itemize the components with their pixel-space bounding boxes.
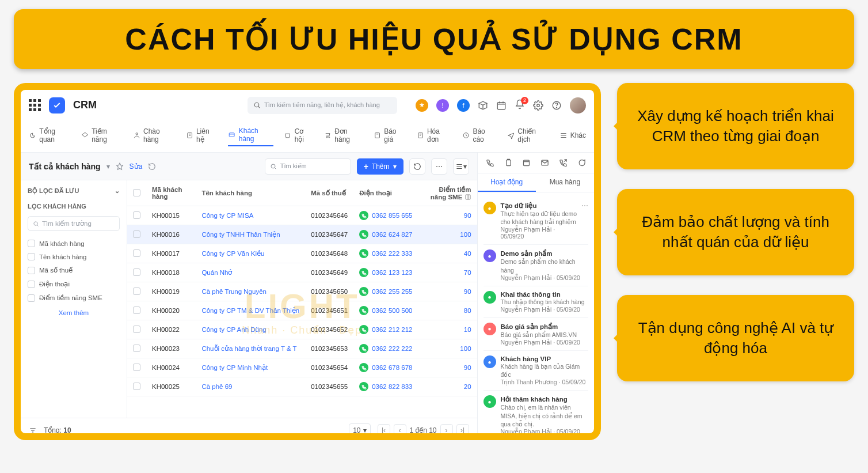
cell-phone[interactable]: 0362 500 500 [353,301,418,320]
column-header[interactable]: Mã khách hàng [146,180,196,206]
column-header[interactable]: Mã số thuế [305,180,353,206]
next-page-button[interactable]: › [440,424,453,434]
table-row[interactable]: KH00022Công ty CP Anh Dũng01023456520362… [127,320,477,339]
cell-score[interactable]: 70 [418,263,477,282]
phone-out-icon[interactable] [559,158,568,167]
nav-báo-cáo[interactable]: Báo cáo [462,125,497,146]
box-icon[interactable] [478,100,488,111]
cell-name[interactable]: Chuỗi cửa hàng thời trang T & T [196,339,305,358]
add-button[interactable]: + Thêm ▾ [357,158,403,175]
table-row[interactable]: KH00023Chuỗi cửa hàng thời trang T & T01… [127,339,477,358]
info-icon[interactable]: ! [436,99,449,112]
more-button[interactable]: ⋯ [431,158,447,175]
calendar-icon[interactable] [496,100,507,111]
filter-checkbox[interactable]: Điểm tiềm năng SME [28,291,120,305]
column-settings-icon[interactable] [465,194,471,200]
row-checkbox[interactable] [133,306,140,314]
activity-item[interactable]: ●Khai thác thông tinThu nhập thông tin k… [484,286,588,318]
list-view-button[interactable]: ▾ [453,158,469,175]
settings-columns-icon[interactable] [29,426,37,434]
table-row[interactable]: KH00017Công ty CP Văn Kiều01023456480362… [127,244,477,263]
row-checkbox[interactable] [133,249,140,257]
cell-phone[interactable]: 0362 123 123 [353,263,418,282]
cell-score[interactable]: 80 [418,301,477,320]
help-icon[interactable] [551,100,562,111]
cell-name[interactable]: Công ty CP Anh Dũng [196,320,305,339]
row-checkbox[interactable] [133,211,140,219]
table-row[interactable]: KH00019Cà phê Trung Nguyên01023456500362… [127,282,477,301]
table-row[interactable]: KH00024Công ty CP Minh Nhật0102345654036… [127,358,477,377]
cell-name[interactable]: Công ty CP MISA [196,206,305,225]
nav-liên-hệ[interactable]: Liên hệ [186,125,218,146]
select-all-checkbox[interactable] [133,189,140,196]
cell-phone[interactable]: 0362 678 678 [353,358,418,377]
cell-phone[interactable]: 0362 822 833 [353,377,418,396]
cell-phone[interactable]: 0362 222 333 [353,244,418,263]
activity-item[interactable]: ●Khách hàng VIPKhách hàng là bạn của Giá… [484,351,588,391]
cell-score[interactable]: 40 [418,244,477,263]
prev-page-button[interactable]: ‹ [394,424,406,434]
cell-name[interactable]: Công ty CP Minh Nhật [196,358,305,377]
cell-score[interactable]: 90 [418,206,477,225]
filter-checkbox[interactable]: Mã số thuế [28,263,120,277]
cell-phone[interactable]: 0362 222 222 [353,339,418,358]
tab-purchase[interactable]: Mua hàng [536,173,594,192]
row-checkbox[interactable] [133,383,140,390]
pin-icon[interactable] [116,162,124,171]
cell-score[interactable]: 90 [418,282,477,301]
row-checkbox[interactable] [133,287,140,295]
global-search-input[interactable]: Tìm kiếm tiềm năng, liên hệ, khách hàng [248,97,397,114]
column-header[interactable]: Điểm tiềm năng SME [418,180,477,206]
cell-phone[interactable]: 0362 855 655 [353,206,418,225]
nav-khác[interactable]: Khác [559,129,586,142]
nav-cơ-hội[interactable]: Cơ hội [284,125,314,146]
activity-item[interactable]: ●Hỏi thăm khách hàngChào chị, em là nhân… [484,391,588,433]
star-icon[interactable]: ★ [416,99,428,112]
page-size-select[interactable]: 10 ▾ [349,423,370,434]
filter-checkbox[interactable]: Điện thoại [28,277,120,291]
table-row[interactable]: KH00020Công ty CP TM & DV Thân Thiện0102… [127,301,477,320]
activity-more-icon[interactable]: ⋯ [581,202,588,240]
cell-name[interactable]: Công ty CP Văn Kiều [196,244,305,263]
nav-tổng-quan[interactable]: Tổng quan [29,125,71,146]
row-checkbox[interactable] [133,364,140,371]
table-row[interactable]: KH00015Công ty CP MISA01023456460362 855… [127,206,477,225]
filter-checkbox[interactable]: Mã khách hàng [28,237,120,250]
cell-name[interactable]: Quán Nhớ [196,263,305,282]
facebook-icon[interactable]: f [457,99,470,112]
gear-icon[interactable] [533,100,543,111]
table-row[interactable]: KH00025Cà phê 6901023456550362 822 83320 [127,377,477,396]
refresh-icon[interactable] [148,162,156,171]
nav-chiến-dịch[interactable]: Chiến dịch [507,125,549,146]
cell-phone[interactable]: 0362 255 255 [353,282,418,301]
filter-checkbox[interactable]: Tên khách hàng [28,250,120,263]
first-page-button[interactable]: |‹ [378,424,390,434]
calendar-small-icon[interactable] [522,158,531,167]
column-header[interactable]: Tên khách hàng [196,180,305,206]
refresh-button[interactable] [409,158,425,175]
nav-chào-hàng[interactable]: Chào hàng [133,125,176,146]
cell-score[interactable]: 10 [418,320,477,339]
row-checkbox[interactable] [133,345,140,352]
user-avatar[interactable] [570,97,586,113]
cell-score[interactable]: 90 [418,358,477,377]
nav-báo-giá[interactable]: Báo giá [374,125,406,146]
cell-name[interactable]: Cà phê 69 [196,377,305,396]
cell-name[interactable]: Cà phê Trung Nguyên [196,282,305,301]
mail-icon[interactable] [540,158,549,167]
cell-phone[interactable]: 0362 212 212 [353,320,418,339]
saved-filter-heading[interactable]: BỘ LỌC ĐÃ LƯU ⌄ [28,187,120,195]
column-header[interactable]: Điện thoại [353,180,418,206]
cell-score[interactable]: 100 [418,225,477,244]
cell-phone[interactable]: 0362 624 827 [353,225,418,244]
table-row[interactable]: KH00018Quán Nhớ01023456490362 123 12370 [127,263,477,282]
last-page-button[interactable]: ›| [456,424,469,434]
nav-đơn-hàng[interactable]: Đơn hàng [324,125,363,146]
table-search-input[interactable]: Tìm kiếm [265,158,351,175]
cell-score[interactable]: 20 [418,377,477,396]
cell-name[interactable]: Công ty CP TM & DV Thân Thiện [196,301,305,320]
activity-item[interactable]: ●Báo giá sản phẩmBáo giá sản phẩm AMIS.V… [484,318,588,351]
phone-icon[interactable] [486,158,494,167]
tab-activity[interactable]: Hoạt động [478,173,536,192]
cell-score[interactable]: 100 [418,339,477,358]
